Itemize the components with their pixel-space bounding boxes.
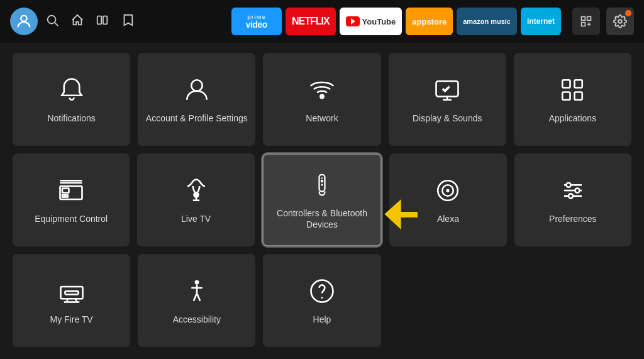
appstore-button[interactable]: appstore: [406, 8, 453, 35]
svg-point-0: [21, 16, 26, 21]
tile-live-tv[interactable]: Live TV: [137, 153, 254, 246]
tile-accessibility[interactable]: Accessibility: [138, 254, 255, 347]
grid-row-2: Equipment Control Live TV: [13, 153, 631, 246]
svg-point-32: [447, 189, 450, 192]
help-icon: [307, 276, 337, 306]
svg-rect-16: [563, 92, 570, 99]
grid-row-3: My Fire TV Accessibility: [13, 254, 631, 347]
my-fire-tv-icon: [57, 276, 87, 306]
svg-rect-15: [575, 80, 582, 87]
svg-line-50: [194, 293, 197, 301]
svg-rect-6: [587, 17, 591, 21]
notification-dot: [625, 10, 631, 16]
svg-rect-39: [60, 287, 82, 299]
tile-my-fire-tv[interactable]: My Fire TV: [13, 254, 130, 347]
svg-rect-14: [563, 80, 570, 87]
network-label: Network: [306, 113, 338, 124]
rewind-icon[interactable]: [96, 13, 109, 30]
display-sounds-icon: [432, 75, 462, 105]
internet-label: internet: [527, 17, 555, 26]
equipment-control-icon: [56, 175, 86, 206]
amazon-music-label: amazon music: [463, 18, 511, 25]
svg-point-52: [311, 280, 333, 302]
help-label: Help: [313, 314, 331, 325]
search-icon[interactable]: [45, 13, 59, 30]
svg-rect-3: [97, 16, 101, 24]
controllers-bluetooth-icon: [307, 170, 337, 200]
tile-help[interactable]: Help: [263, 254, 380, 347]
svg-point-1: [48, 15, 56, 23]
svg-rect-7: [582, 23, 586, 26]
preferences-icon: [558, 175, 588, 206]
svg-rect-21: [65, 195, 68, 197]
svg-point-10: [618, 19, 622, 23]
svg-rect-19: [62, 188, 69, 192]
internet-button[interactable]: internet: [521, 8, 561, 35]
netflix-button[interactable]: NETFLIX: [286, 8, 336, 35]
svg-point-38: [569, 194, 573, 198]
live-tv-icon: [181, 175, 211, 206]
display-sounds-label: Display & Sounds: [413, 113, 482, 124]
tile-preferences[interactable]: Preferences: [514, 153, 631, 246]
svg-point-36: [566, 183, 570, 187]
grid-apps-icon[interactable]: [572, 8, 600, 35]
alexa-label: Alexa: [437, 213, 459, 224]
svg-point-12: [320, 95, 323, 98]
live-tv-label: Live TV: [181, 213, 211, 224]
tile-equipment-control[interactable]: Equipment Control: [13, 153, 130, 246]
bookmark-icon[interactable]: [121, 13, 135, 30]
svg-rect-5: [582, 17, 586, 21]
amazon-music-button[interactable]: amazon music: [457, 8, 517, 35]
appstore-label: appstore: [412, 17, 447, 26]
grid-row-1: Notifications Account & Profile Settings: [13, 53, 631, 146]
svg-point-53: [321, 297, 323, 299]
svg-rect-25: [319, 174, 325, 191]
equipment-control-label: Equipment Control: [35, 213, 108, 224]
accessibility-label: Accessibility: [173, 314, 221, 325]
youtube-button[interactable]: YouTube: [340, 8, 402, 35]
svg-point-28: [321, 177, 323, 179]
svg-point-37: [575, 188, 579, 192]
tile-empty-4: [389, 254, 506, 347]
my-fire-tv-label: My Fire TV: [50, 314, 93, 325]
applications-icon: [557, 75, 587, 105]
svg-rect-17: [575, 92, 582, 99]
svg-point-47: [194, 280, 199, 284]
tile-account-profile[interactable]: Account & Profile Settings: [138, 53, 255, 146]
selection-arrow: [382, 196, 426, 236]
notifications-label: Notifications: [47, 113, 95, 124]
tile-empty-5: [514, 254, 631, 347]
app-shortcuts: prime video NETFLIX YouTube appstore ama…: [231, 8, 561, 35]
settings-icon[interactable]: [606, 8, 634, 35]
applications-label: Applications: [549, 113, 597, 124]
account-profile-label: Account & Profile Settings: [146, 113, 248, 124]
svg-rect-4: [103, 16, 107, 24]
notifications-icon: [57, 75, 87, 105]
top-navigation: prime video NETFLIX YouTube appstore ama…: [0, 0, 644, 43]
svg-point-26: [321, 180, 324, 183]
tile-display-sounds[interactable]: Display & Sounds: [389, 53, 506, 146]
accessibility-icon: [182, 276, 212, 306]
settings-grid: Notifications Account & Profile Settings: [0, 43, 644, 357]
tile-applications[interactable]: Applications: [514, 53, 631, 146]
tile-controllers-bluetooth[interactable]: Controllers & Bluetooth Devices: [262, 153, 382, 246]
svg-rect-20: [62, 195, 65, 197]
network-icon: [307, 75, 337, 105]
svg-line-51: [197, 293, 200, 301]
controllers-bluetooth-label: Controllers & Bluetooth Devices: [270, 207, 374, 230]
svg-point-24: [194, 192, 198, 197]
svg-point-27: [321, 184, 323, 185]
tile-network[interactable]: Network: [263, 53, 380, 146]
account-icon: [182, 75, 212, 105]
tile-notifications[interactable]: Notifications: [13, 53, 130, 146]
home-icon[interactable]: [70, 13, 84, 30]
prime-video-button[interactable]: prime video: [231, 8, 282, 35]
nav-right-icons: [572, 8, 634, 35]
preferences-label: Preferences: [549, 213, 596, 224]
svg-line-2: [55, 23, 58, 26]
youtube-label: YouTube: [362, 17, 396, 26]
alexa-icon: [433, 175, 463, 206]
svg-marker-29: [385, 199, 418, 229]
svg-point-11: [191, 80, 203, 91]
user-avatar[interactable]: [10, 8, 38, 35]
